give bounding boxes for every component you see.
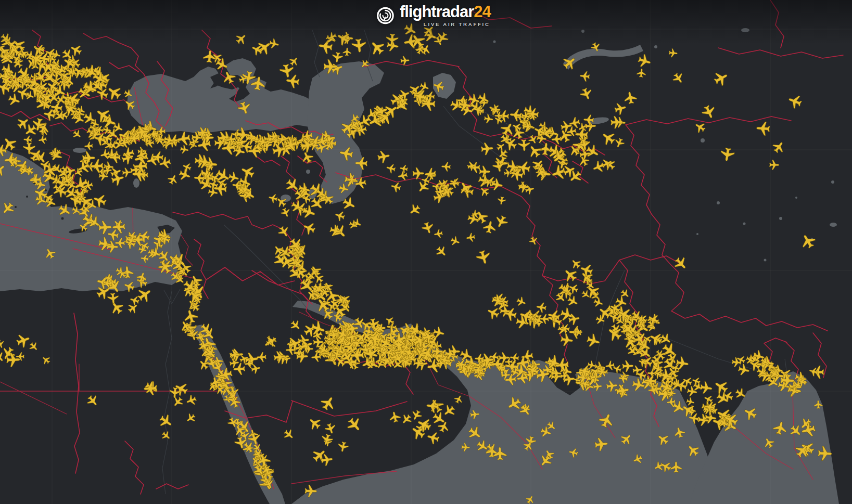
aircraft-icon[interactable]	[122, 167, 132, 177]
aircraft-icon[interactable]	[592, 296, 604, 308]
aircraft-icon[interactable]	[288, 55, 300, 68]
aircraft-icon[interactable]	[181, 161, 192, 173]
aircraft-icon[interactable]	[0, 339, 6, 350]
aircraft-icon[interactable]	[669, 48, 678, 58]
aircraft-icon[interactable]	[306, 415, 323, 432]
aircraft-icon[interactable]	[526, 143, 544, 160]
aircraft-icon[interactable]	[407, 202, 422, 217]
aircraft-icon[interactable]	[234, 31, 249, 46]
aircraft-icon[interactable]	[264, 334, 279, 348]
aircraft-icon[interactable]	[475, 249, 492, 266]
aircraft-icon[interactable]	[337, 441, 349, 453]
aircraft-icon[interactable]	[319, 394, 337, 412]
aircraft-icon[interactable]	[40, 354, 52, 366]
aircraft-icon[interactable]	[301, 221, 317, 236]
aircraft-icon[interactable]	[377, 149, 391, 164]
aircraft-icon[interactable]	[605, 360, 615, 371]
aircraft-icon[interactable]	[611, 115, 623, 128]
aircraft-icon[interactable]	[410, 409, 423, 422]
aircraft-icon[interactable]	[413, 167, 424, 179]
aircraft-icon[interactable]	[484, 114, 493, 124]
aircraft-icon[interactable]	[108, 299, 125, 316]
aircraft-icon[interactable]	[279, 206, 291, 218]
aircraft-icon[interactable]	[180, 145, 189, 154]
aircraft-icon[interactable]	[351, 217, 363, 229]
aircraft-icon[interactable]	[332, 51, 344, 63]
aircraft-icon[interactable]	[561, 266, 579, 284]
aircraft-icon[interactable]	[434, 229, 443, 239]
aircraft-icon[interactable]	[453, 394, 464, 405]
aircraft-icon[interactable]	[399, 164, 409, 173]
aircraft-icon[interactable]	[388, 410, 401, 423]
flightradar24-logo[interactable]: flightradar24 LIVE AIR TRAFFIC	[375, 4, 491, 27]
aircraft-icon[interactable]	[400, 56, 410, 66]
aircraft-icon[interactable]	[250, 363, 261, 374]
aircraft-icon[interactable]	[614, 101, 628, 115]
aircraft-icon[interactable]	[579, 86, 594, 101]
aircraft-icon[interactable]	[769, 160, 779, 170]
aircraft-icon[interactable]	[497, 196, 506, 205]
aircraft-icon[interactable]	[7, 93, 22, 108]
aircraft-icon[interactable]	[386, 163, 397, 174]
aircraft-icon[interactable]	[798, 232, 818, 251]
aircraft-icon[interactable]	[591, 160, 606, 175]
aircraft-icon[interactable]	[686, 385, 698, 397]
aircraft-icon[interactable]	[171, 395, 185, 409]
aircraft-icon[interactable]	[700, 381, 713, 395]
aircraft-icon[interactable]	[528, 236, 539, 247]
aircraft-icon[interactable]	[637, 68, 646, 77]
aircraft-icon[interactable]	[384, 315, 396, 327]
aircraft-icon[interactable]	[493, 214, 510, 229]
aircraft-icon[interactable]	[279, 63, 295, 79]
aircraft-icon[interactable]	[756, 121, 770, 136]
aircraft-icon[interactable]	[167, 173, 180, 186]
aircraft-icon[interactable]	[569, 257, 582, 270]
aircraft-icon[interactable]	[324, 422, 337, 435]
aircraft-icon[interactable]	[268, 193, 278, 204]
aircraft-icon[interactable]	[579, 71, 590, 82]
aircraft-icon[interactable]	[28, 341, 40, 353]
aircraft-icon[interactable]	[493, 154, 511, 171]
aircraft-icon[interactable]	[786, 93, 804, 110]
aircraft-icon[interactable]	[321, 453, 334, 466]
aircraft-icon[interactable]	[720, 147, 735, 162]
aircraft-icon[interactable]	[568, 117, 581, 130]
aircraft-icon[interactable]	[672, 255, 690, 273]
aircraft-icon[interactable]	[518, 139, 530, 151]
aircraft-icon[interactable]	[144, 381, 158, 396]
aircraft-icon[interactable]	[282, 428, 296, 442]
aircraft-icon[interactable]	[441, 162, 451, 172]
aircraft-icon[interactable]	[712, 69, 731, 88]
aircraft-icon[interactable]	[434, 244, 449, 259]
aircraft-icon[interactable]	[426, 430, 440, 445]
aircraft-icon[interactable]	[351, 38, 367, 53]
aircraft-icon[interactable]	[700, 104, 717, 121]
aircraft-icon[interactable]	[712, 378, 730, 396]
aircraft-icon[interactable]	[691, 376, 701, 386]
aircraft-icon[interactable]	[482, 220, 497, 234]
aircraft-icon[interactable]	[485, 305, 501, 320]
aircraft-icon[interactable]	[107, 293, 119, 304]
aircraft-icon[interactable]	[480, 142, 493, 156]
aircraft-icon[interactable]	[257, 352, 266, 363]
aircraft-icon[interactable]	[85, 393, 100, 409]
aircraft-icon[interactable]	[623, 91, 637, 105]
aircraft-icon[interactable]	[268, 38, 279, 50]
aircraft-icon[interactable]	[289, 318, 303, 332]
aircraft-icon[interactable]	[671, 71, 686, 85]
aircraft-icon[interactable]	[390, 181, 401, 193]
aircraft-icon[interactable]	[441, 403, 457, 419]
aircraft-icon[interactable]	[38, 135, 47, 145]
aircraft-icon[interactable]	[685, 397, 695, 407]
aircraft-icon[interactable]	[771, 139, 787, 155]
aircraft-icon[interactable]	[185, 394, 198, 407]
aircraft-icon[interactable]	[613, 137, 625, 149]
aircraft-icon[interactable]	[68, 42, 83, 57]
aircraft-icon[interactable]	[478, 185, 491, 198]
aircraft-icon[interactable]	[184, 412, 197, 424]
aircraft-icon[interactable]	[345, 415, 364, 434]
aircraft-icon[interactable]	[515, 296, 527, 308]
aircraft-icon[interactable]	[450, 235, 461, 247]
world-map[interactable]	[0, 0, 852, 504]
aircraft-icon[interactable]	[637, 53, 652, 69]
